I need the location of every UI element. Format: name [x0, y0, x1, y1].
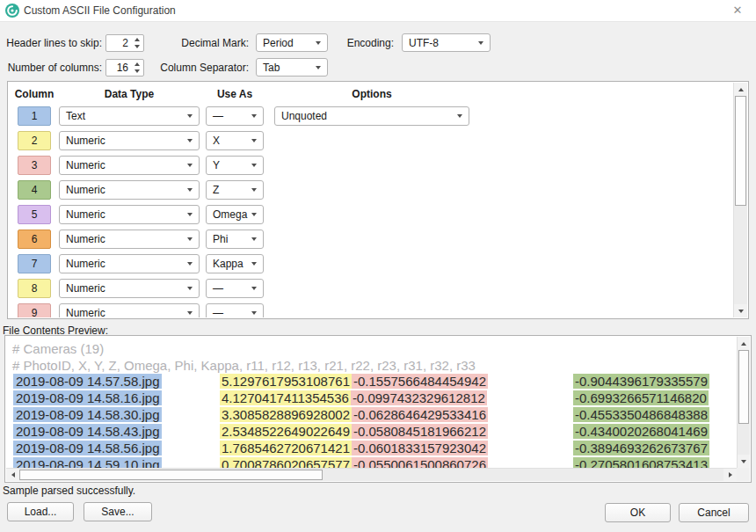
number-of-columns-label: Number of columns: — [4, 59, 102, 77]
use-as-select[interactable]: Kappa — [206, 254, 264, 273]
header-lines-value: 2 — [122, 35, 128, 51]
data-type-select[interactable]: Text — [59, 106, 200, 126]
encoding-value: UTF-8 — [409, 34, 439, 51]
preview-filename-cell: 2019-08-09 14.58.43.jpg — [13, 424, 162, 439]
column-config-row: 3 Numeric Y — [18, 156, 733, 175]
column-separator-select[interactable]: Tab — [256, 58, 328, 77]
custom-ascii-dialog: Custom ASCII File Configuration ✕ Header… — [0, 0, 756, 532]
column-config-row: 8 Numeric — — [18, 279, 733, 298]
chevron-down-icon — [187, 262, 193, 266]
use-as-select[interactable]: Y — [206, 156, 264, 175]
scroll-down-icon[interactable] — [738, 455, 750, 468]
column-config-row: 4 Numeric Z — [18, 180, 733, 200]
encoding-select[interactable]: UTF-8 — [402, 33, 491, 52]
chevron-down-icon — [187, 287, 193, 290]
preview-filename-cell: 2019-08-09 14.58.56.jpg — [13, 441, 162, 455]
spinner-down-icon[interactable] — [131, 68, 142, 75]
number-of-columns-spinner[interactable]: 16 — [105, 59, 144, 77]
chevron-down-icon — [187, 188, 193, 192]
chevron-down-icon — [187, 114, 193, 118]
close-icon[interactable]: ✕ — [726, 0, 749, 21]
chevron-down-icon — [251, 139, 257, 142]
preview-filename-cell: 2019-08-09 14.57.58.jpg — [13, 374, 162, 389]
chevron-down-icon — [251, 287, 257, 290]
data-type-select[interactable]: Numeric — [59, 205, 200, 224]
use-as-select[interactable]: — — [206, 106, 264, 126]
use-as-select[interactable]: Z — [206, 180, 264, 200]
scroll-up-icon[interactable] — [734, 83, 747, 96]
chevron-down-icon — [187, 164, 193, 167]
column-number-badge: 8 — [18, 279, 51, 298]
data-type-select[interactable]: Numeric — [59, 230, 200, 249]
decimal-mark-label: Decimal Mark: — [158, 34, 249, 52]
spinner-down-icon[interactable] — [131, 43, 142, 50]
scrollbar-thumb[interactable] — [738, 350, 749, 424]
header-lines-spinner[interactable]: 2 — [105, 34, 144, 52]
scroll-left-icon[interactable] — [6, 469, 19, 481]
preview-y-cell: -0.0550061500860726 — [352, 457, 488, 468]
spinner-up-icon[interactable] — [131, 36, 142, 43]
chevron-down-icon — [187, 311, 193, 315]
scroll-down-icon[interactable] — [734, 304, 747, 317]
use-as-select[interactable]: — — [206, 279, 264, 298]
header-data-type: Data Type — [105, 88, 154, 100]
data-type-select[interactable]: Numeric — [59, 303, 200, 317]
ok-button[interactable]: OK — [605, 503, 671, 522]
preview-y-cell: -0.0580845181966212 — [352, 424, 488, 439]
options-select[interactable]: Unquoted — [274, 106, 469, 126]
column-number-badge: 4 — [18, 180, 51, 200]
column-number-badge: 5 — [18, 205, 51, 224]
data-type-select[interactable]: Numeric — [59, 156, 200, 175]
use-as-select[interactable]: Phi — [206, 230, 264, 249]
preview-data-row: 2019-08-09 14.58.43.jpg 2.53485226490226… — [12, 424, 736, 441]
column-config-row: 5 Numeric Omega — [18, 205, 733, 224]
chevron-down-icon — [187, 213, 193, 216]
preview-x-cell: 5.1297617953108761 — [220, 374, 352, 389]
data-type-select[interactable]: Numeric — [59, 279, 200, 298]
save-button[interactable]: Save... — [84, 502, 152, 521]
decimal-mark-value: Period — [263, 34, 294, 51]
preview-filename-cell: 2019-08-09 14.58.30.jpg — [13, 407, 162, 422]
cancel-button[interactable]: Cancel — [679, 503, 749, 522]
header-options: Options — [352, 88, 391, 100]
chevron-down-icon — [251, 213, 257, 216]
column-number-badge: 3 — [18, 156, 51, 175]
column-config-row: 1 Text — Unquoted — [18, 106, 733, 126]
preview-horizontal-scrollbar[interactable] — [6, 468, 737, 481]
use-as-select[interactable]: — — [206, 303, 264, 317]
column-number-badge: 6 — [18, 230, 51, 249]
preview-data-row: 2019-08-09 14.59.10.jpg 0.70087860206575… — [12, 457, 736, 468]
preview-comment-line: # PhotoID, X, Y, Z, Omega, Phi, Kappa, r… — [12, 357, 736, 374]
title-bar: Custom ASCII File Configuration ✕ — [0, 0, 756, 22]
preview-vertical-scrollbar[interactable] — [737, 337, 750, 468]
load-button[interactable]: Load... — [7, 502, 74, 521]
scrollbar-corner — [737, 468, 750, 481]
data-type-select[interactable]: Numeric — [59, 254, 200, 273]
preview-z-cell: -0.6993266571146820 — [573, 390, 709, 405]
preview-x-cell: 2.5348522649022649 — [220, 424, 352, 439]
preview-filename-cell: 2019-08-09 14.59.10.jpg — [13, 457, 162, 468]
file-contents-preview: # Cameras (19) # PhotoID, X, Y, Z, Omega… — [4, 335, 752, 483]
decimal-mark-select[interactable]: Period — [256, 33, 328, 52]
scrollbar-thumb[interactable] — [19, 470, 323, 480]
status-message: Sample parsed successfully. — [3, 485, 135, 497]
use-as-select[interactable]: Omega — [206, 205, 264, 224]
scrollbar-thumb[interactable] — [735, 96, 746, 206]
preview-data-row: 2019-08-09 14.58.30.jpg 3.30858288969280… — [12, 407, 736, 424]
scroll-right-icon[interactable] — [723, 469, 737, 481]
preview-x-cell: 3.3085828896928002 — [220, 407, 352, 422]
columns-rows: 1 Text — Unquoted 2 — [9, 106, 733, 317]
preview-y-cell: -0.1557566484454942 — [352, 374, 488, 389]
chevron-down-icon — [251, 114, 257, 118]
columns-scrollbar[interactable] — [733, 83, 747, 317]
preview-z-cell: -0.9044396179335579 — [573, 374, 709, 389]
data-type-select[interactable]: Numeric — [59, 131, 200, 150]
scroll-up-icon[interactable] — [738, 337, 750, 350]
preview-z-cell: -0.2705801608753413 — [573, 457, 709, 468]
spinner-up-icon[interactable] — [131, 61, 142, 68]
chevron-down-icon — [251, 311, 257, 315]
use-as-select[interactable]: X — [206, 131, 264, 150]
chevron-down-icon — [251, 188, 257, 192]
data-type-select[interactable]: Numeric — [59, 180, 200, 200]
preview-text: # Cameras (19) # PhotoID, X, Y, Z, Omega… — [6, 337, 736, 468]
